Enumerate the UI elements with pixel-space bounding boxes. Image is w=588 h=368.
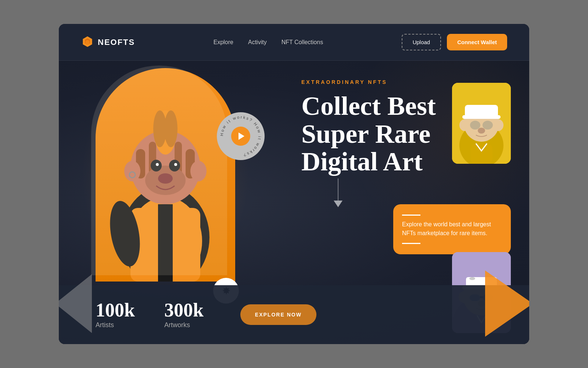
- page-outer: NEOFTS Explore Activity NFT Collections …: [0, 0, 588, 368]
- info-card: Explore the world best and largest NFTs …: [393, 204, 511, 254]
- info-card-description: Explore the world best and largest NFTs …: [402, 220, 502, 238]
- svg-point-32: [493, 119, 503, 131]
- svg-point-15: [164, 110, 178, 147]
- stat-artworks: 300k Artworks: [164, 301, 204, 329]
- triangle-right: [485, 270, 529, 337]
- main-nav: Explore Activity NFT Collections: [214, 39, 323, 46]
- svg-point-19: [151, 160, 162, 171]
- header-actions: Upload Connect Wallet: [402, 34, 507, 50]
- brand-name: NEOFTS: [98, 38, 135, 47]
- circular-ring: How it works? How it works?: [217, 112, 265, 160]
- logo-area: NEOFTS: [81, 36, 135, 49]
- svg-point-31: [459, 119, 470, 131]
- svg-point-20: [169, 160, 180, 171]
- play-icon: [239, 132, 244, 140]
- arrow-down: [334, 178, 343, 207]
- stats-bar: 100k Artists 300k Artworks EXPLORE NOW: [59, 285, 529, 344]
- nav-nft-collections[interactable]: NFT Collections: [282, 39, 323, 46]
- svg-rect-36: [470, 144, 492, 164]
- header: NEOFTS Explore Activity NFT Collections …: [59, 24, 529, 61]
- play-button[interactable]: [231, 127, 250, 146]
- stat-artists: 100k Artists: [96, 301, 135, 329]
- nav-activity[interactable]: Activity: [248, 39, 267, 46]
- svg-rect-30: [462, 115, 501, 119]
- explore-now-button[interactable]: EXPLORE NOW: [240, 304, 316, 325]
- info-card-line-top: [402, 215, 420, 216]
- info-card-line-bottom: [402, 243, 420, 244]
- artists-label: Artists: [96, 321, 114, 329]
- arrow-line: [338, 178, 338, 201]
- svg-point-21: [156, 163, 159, 166]
- artworks-count: 300k: [164, 301, 204, 320]
- triangle-left: [59, 274, 92, 333]
- how-it-works-badge[interactable]: How it works? How it works?: [217, 112, 265, 160]
- svg-point-33: [470, 121, 480, 130]
- svg-point-23: [158, 173, 173, 184]
- artworks-label: Artworks: [164, 321, 190, 329]
- svg-point-17: [190, 161, 207, 181]
- monkey-illustration: [96, 68, 235, 282]
- nft-arch: [96, 68, 235, 282]
- hero-section: How it works? How it works? EXTRAORDINAR…: [59, 61, 529, 344]
- connect-wallet-button[interactable]: Connect Wallet: [447, 34, 507, 50]
- nav-explore[interactable]: Explore: [214, 39, 233, 46]
- main-container: NEOFTS Explore Activity NFT Collections …: [59, 24, 529, 344]
- svg-point-35: [478, 128, 485, 134]
- svg-point-42: [469, 277, 475, 280]
- svg-point-34: [483, 121, 493, 130]
- nft-ape-yellow: [452, 83, 511, 164]
- artists-count: 100k: [96, 301, 135, 320]
- svg-point-16: [124, 161, 140, 181]
- svg-rect-6: [158, 204, 173, 282]
- svg-point-22: [174, 163, 177, 166]
- logo-icon: [81, 36, 94, 49]
- upload-button[interactable]: Upload: [402, 34, 441, 50]
- arrow-head: [334, 201, 343, 207]
- nft-card-yellow: [452, 83, 511, 164]
